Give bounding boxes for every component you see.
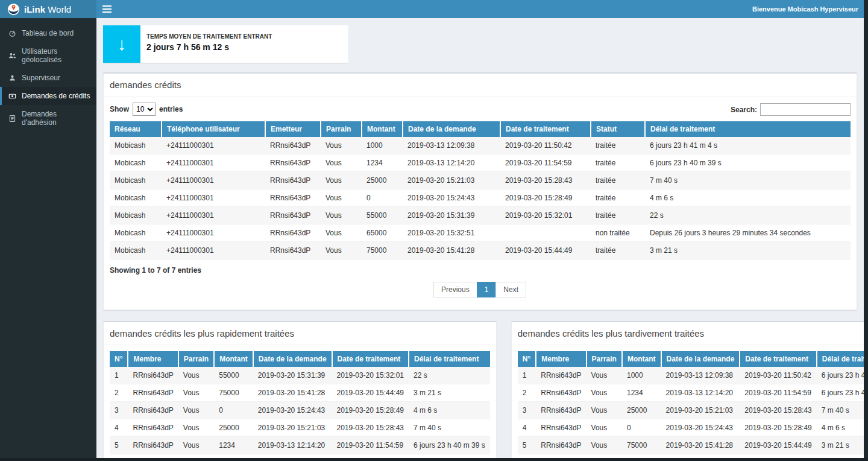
table-cell: 2019-03-20 15:41:28 [403,242,500,259]
table-cell: +24111000301 [162,189,265,207]
sidebar-item-superviseur[interactable]: Superviseur [0,69,96,87]
table-cell: 3 m 21 s [409,384,490,402]
column-header[interactable]: Téléphone utilisateur [162,121,265,137]
page-1-button[interactable]: 1 [477,282,497,297]
table-cell: Mobicash [110,172,162,189]
next-page-button[interactable]: Next [495,282,526,297]
search-label: Search: [731,105,757,113]
table-row: 4RRnsi643dPVous02019-03-20 15:24:432019-… [518,419,868,437]
page-length-select[interactable]: 10 [133,103,156,116]
sidebar-item-label: Superviseur [22,74,60,82]
table-cell: traitée [591,242,645,259]
table-cell: Vous [321,242,362,259]
column-header: Membre [128,351,178,367]
column-header[interactable]: Réseau [110,121,162,137]
gauge-icon [8,29,17,37]
table-row: Mobicash+24111000301RRnsi643dPVous650002… [110,224,851,242]
table-cell: 22 s [409,367,490,384]
column-header[interactable]: Statut [591,121,645,137]
sidebar-item-label: Tableau de bord [22,29,74,37]
table-cell: 1000 [622,367,661,384]
table-cell: 6 jours 23 h 41 m 4 s [817,367,868,384]
sidebar-item-demandes-de-credits[interactable]: Demandes de crédits [0,87,96,105]
search-input[interactable] [760,103,851,116]
table-cell: 2019-03-13 12:14:20 [661,384,740,402]
table-cell: Vous [321,154,362,172]
table-cell: Vous [178,367,214,384]
table-cell: Depuis 26 jours 3 heures 29 minutes 34 s… [645,224,851,242]
brand-globe-icon [7,3,20,16]
table-cell: 2019-03-20 11:54:59 [332,437,409,454]
slowest-credits-panel: demandes crédits les plus tardivement tr… [511,321,868,461]
table-cell: RRnsi643dP [536,402,586,419]
table-cell [500,224,591,242]
table-cell: Mobicash [110,137,162,154]
brand-logo[interactable]: iLink World [0,0,96,18]
table-row: Mobicash+24111000301RRnsi643dPVous02019-… [110,189,851,207]
table-search-control: Search: [731,103,851,116]
table-row: 5RRnsi643dPVous750002019-03-20 15:41:282… [518,437,868,454]
table-cell: 7 m 40 s [817,402,868,419]
table-cell: Mobicash [110,189,162,207]
column-header[interactable]: Parrain [321,121,362,137]
table-cell: 25000 [214,419,253,437]
column-header[interactable]: Date de la demande [403,121,500,137]
table-cell: Vous [321,189,362,207]
table-cell: RRnsi643dP [265,154,321,172]
entries-label: entries [159,105,183,113]
table-cell: RRnsi643dP [128,402,178,419]
previous-page-button[interactable]: Previous [433,282,477,297]
table-cell: RRnsi643dP [265,137,321,154]
column-header: Date de la demande [253,351,332,367]
table-cell: Mobicash [110,224,162,242]
table-cell: 6 jours 23 h 40 m 39 s [645,154,851,172]
table-cell: traitée [591,189,645,207]
table-cell: 0 [214,402,253,419]
table-cell: 2019-03-20 11:50:42 [500,137,591,154]
table-row: 5RRnsi643dPVous12342019-03-13 12:14:2020… [110,437,490,454]
table-cell: RRnsi643dP [536,437,586,454]
table-cell: 2019-03-20 15:41:28 [253,384,332,402]
column-header[interactable]: Délai de traitement [645,121,851,137]
table-cell: 4 [110,419,128,437]
table-row: Mobicash+24111000301RRnsi643dPVous550002… [110,207,851,224]
table-cell: Vous [321,224,362,242]
panel-title: demandes crédits les plus rapidement tra… [104,322,496,345]
window-bottom-edge [0,458,868,461]
scrollbar-track[interactable] [864,0,868,461]
table-cell: traitée [591,137,645,154]
sidebar-item-utilisateurs-geolocalises[interactable]: Utilisateurs géolocalisés [0,42,96,69]
table-cell: Mobicash [110,242,162,259]
table-cell: RRnsi643dP [128,384,178,402]
table-cell: 2019-03-20 15:44:49 [740,437,816,454]
table-cell: 2019-03-20 15:28:43 [740,402,816,419]
table-cell: 3 [110,402,128,419]
sidebar-item-tableau-de-bord[interactable]: Tableau de bord [0,24,96,42]
table-cell: RRnsi643dP [536,419,586,437]
sidebar-item-demandes-adhesion[interactable]: Demandes d'adhésion [0,105,96,132]
table-cell: Vous [587,419,622,437]
table-cell: 7 m 40 s [409,419,490,437]
table-cell: Vous [321,137,362,154]
table-cell: Vous [587,437,622,454]
table-cell: RRnsi643dP [128,367,178,384]
table-cell: Vous [321,172,362,189]
column-header[interactable]: Date de traitement [500,121,591,137]
table-row: Mobicash+24111000301RRnsi643dPVous100020… [110,137,851,154]
table-cell: +24111000301 [162,154,265,172]
table-cell: 3 [518,402,536,419]
column-header: Parrain [178,351,214,367]
sidebar-toggle-button[interactable] [102,2,113,16]
table-cell: 0 [362,189,403,207]
column-header[interactable]: Emetteur [265,121,321,137]
table-cell: Vous [321,207,362,224]
table-cell: RRnsi643dP [265,242,321,259]
column-header: Membre [536,351,586,367]
membership-icon [8,114,17,122]
column-header[interactable]: Montant [362,121,403,137]
table-cell: 2019-03-20 15:28:43 [332,419,409,437]
table-row: Mobicash+24111000301RRnsi643dPVous750002… [110,242,851,259]
table-row: 4RRnsi643dPVous250002019-03-20 15:21:032… [110,419,490,437]
table-row: 2RRnsi643dPVous12342019-03-13 12:14:2020… [518,384,868,402]
avg-processing-time-infobox: ↓ TEMPS MOYEN DE TRAITEMENT ENTRANT 2 jo… [103,25,348,63]
